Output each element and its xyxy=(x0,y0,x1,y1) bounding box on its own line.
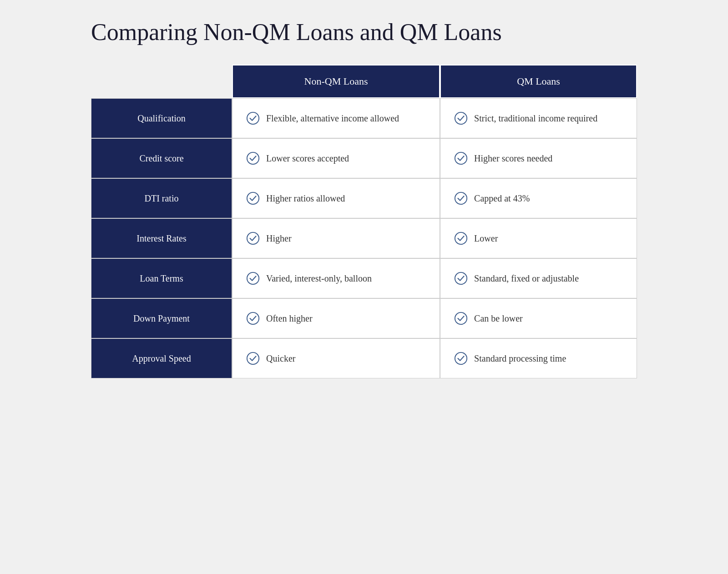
cell-text: Lower scores accepted xyxy=(266,153,349,164)
row-label-5: Down Payment xyxy=(91,298,232,338)
svg-point-10 xyxy=(247,312,259,324)
row-cell-nonqm-2: Higher ratios allowed xyxy=(232,178,440,218)
svg-point-2 xyxy=(247,152,259,164)
row-cell-qm-1: Higher scores needed xyxy=(440,138,637,178)
cell-text: Higher xyxy=(266,233,292,244)
svg-point-3 xyxy=(455,152,467,164)
row-cell-qm-0: Strict, traditional income required xyxy=(440,98,637,138)
row-cell-nonqm-3: Higher xyxy=(232,218,440,258)
row-label-1: Credit score xyxy=(91,138,232,178)
row-cell-nonqm-1: Lower scores accepted xyxy=(232,138,440,178)
col-header-nonqm: Non-QM Loans xyxy=(232,65,440,98)
svg-point-8 xyxy=(247,272,259,284)
check-icon xyxy=(454,111,468,125)
check-icon xyxy=(246,111,260,125)
cell-text: Lower xyxy=(474,233,498,244)
label-header-empty xyxy=(91,65,232,98)
table-row: Down Payment Often higher Can be lower xyxy=(91,298,637,338)
svg-point-6 xyxy=(247,232,259,244)
check-icon xyxy=(246,232,260,245)
row-label-4: Loan Terms xyxy=(91,258,232,298)
cell-text: Quicker xyxy=(266,353,295,364)
cell-text: Varied, interest-only, balloon xyxy=(266,273,372,284)
row-cell-qm-6: Standard processing time xyxy=(440,338,637,378)
table-row: Qualification Flexible, alternative inco… xyxy=(91,98,637,138)
page-title: Comparing Non-QM Loans and QM Loans xyxy=(91,18,637,46)
check-icon xyxy=(454,312,468,325)
table-body: Qualification Flexible, alternative inco… xyxy=(91,98,637,378)
row-cell-nonqm-5: Often higher xyxy=(232,298,440,338)
row-cell-qm-2: Capped at 43% xyxy=(440,178,637,218)
cell-text: Strict, traditional income required xyxy=(474,113,597,124)
cell-text: Can be lower xyxy=(474,313,523,324)
check-icon xyxy=(454,151,468,165)
comparison-table: Non-QM Loans QM Loans Qualification Flex… xyxy=(91,65,637,378)
svg-point-7 xyxy=(455,232,467,244)
cell-text: Standard processing time xyxy=(474,353,566,364)
row-cell-qm-3: Lower xyxy=(440,218,637,258)
check-icon xyxy=(246,191,260,205)
col-header-qm: QM Loans xyxy=(440,65,637,98)
check-icon xyxy=(246,352,260,365)
row-label-6: Approval Speed xyxy=(91,338,232,378)
row-cell-qm-5: Can be lower xyxy=(440,298,637,338)
cell-text: Capped at 43% xyxy=(474,193,530,204)
svg-point-4 xyxy=(247,192,259,204)
svg-point-13 xyxy=(455,352,467,364)
svg-point-11 xyxy=(455,312,467,324)
page-container: Comparing Non-QM Loans and QM Loans Non-… xyxy=(91,18,637,378)
table-row: DTI ratio Higher ratios allowed Capped a… xyxy=(91,178,637,218)
svg-point-0 xyxy=(247,112,259,124)
table-row: Credit score Lower scores accepted Highe… xyxy=(91,138,637,178)
check-icon xyxy=(246,272,260,285)
row-cell-qm-4: Standard, fixed or adjustable xyxy=(440,258,637,298)
check-icon xyxy=(246,151,260,165)
row-label-0: Qualification xyxy=(91,98,232,138)
svg-point-1 xyxy=(455,112,467,124)
row-label-3: Interest Rates xyxy=(91,218,232,258)
cell-text: Higher ratios allowed xyxy=(266,193,345,204)
cell-text: Higher scores needed xyxy=(474,153,552,164)
row-cell-nonqm-4: Varied, interest-only, balloon xyxy=(232,258,440,298)
cell-text: Standard, fixed or adjustable xyxy=(474,273,579,284)
table-row: Approval Speed Quicker Standard processi… xyxy=(91,338,637,378)
row-label-2: DTI ratio xyxy=(91,178,232,218)
cell-text: Flexible, alternative income allowed xyxy=(266,113,399,124)
check-icon xyxy=(454,272,468,285)
svg-point-9 xyxy=(455,272,467,284)
check-icon xyxy=(454,232,468,245)
svg-point-12 xyxy=(247,352,259,364)
check-icon xyxy=(246,312,260,325)
row-cell-nonqm-6: Quicker xyxy=(232,338,440,378)
check-icon xyxy=(454,191,468,205)
row-cell-nonqm-0: Flexible, alternative income allowed xyxy=(232,98,440,138)
check-icon xyxy=(454,352,468,365)
table-row: Loan Terms Varied, interest-only, balloo… xyxy=(91,258,637,298)
table-row: Interest Rates Higher Lower xyxy=(91,218,637,258)
svg-point-5 xyxy=(455,192,467,204)
cell-text: Often higher xyxy=(266,313,313,324)
header-row: Non-QM Loans QM Loans xyxy=(91,65,637,98)
